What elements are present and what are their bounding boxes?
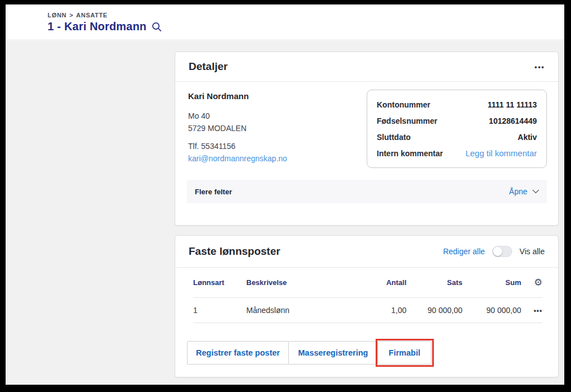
more-fields-label: Flere felter bbox=[195, 188, 232, 196]
col-header-beskrivelse: Beskrivelse bbox=[246, 278, 345, 287]
col-header-sum: Sum bbox=[462, 278, 521, 287]
salary-card-title: Faste lønnsposter bbox=[189, 245, 280, 258]
info-row-sluttdato: Sluttdato Aktiv bbox=[377, 129, 537, 145]
cell-antall: 1,00 bbox=[345, 306, 406, 315]
account-info-box: Kontonummer 1111 11 11113 Fødselsnummer … bbox=[367, 90, 547, 168]
info-row-kontonummer: Kontonummer 1111 11 11113 bbox=[377, 96, 537, 113]
firmabil-button[interactable]: Firmabil bbox=[377, 341, 432, 365]
info-value: 10128614449 bbox=[489, 116, 537, 125]
chevron-down-icon bbox=[532, 189, 539, 194]
app-window: LØNN>ANSATTE 1 - Kari Nordmann Detaljer … bbox=[6, 4, 564, 385]
person-name: Kari Nordmann bbox=[188, 91, 287, 101]
col-header-lonnsart: Lønnsart bbox=[193, 278, 246, 287]
table-row: 1 Månedslønn 1,00 90 000,00 90 000,00 ••… bbox=[193, 298, 542, 323]
row-more-menu-icon[interactable]: ••• bbox=[533, 307, 542, 315]
person-phone: Tlf. 55341156 bbox=[188, 140, 287, 152]
breadcrumb-item-lonn[interactable]: LØNN bbox=[48, 12, 67, 18]
col-header-sats: Sats bbox=[406, 278, 462, 287]
page-title: 1 - Kari Nordmann bbox=[48, 20, 147, 33]
details-more-menu-icon[interactable]: ••• bbox=[535, 63, 545, 71]
info-row-fodselsnummer: Fødselsnummer 10128614449 bbox=[377, 113, 537, 129]
salary-table: Lønnsart Beskrivelse Antall Sats Sum ⚙ 1… bbox=[175, 268, 558, 323]
open-more-fields-button[interactable]: Åpne bbox=[509, 187, 539, 196]
breadcrumb-item-ansatte[interactable]: ANSATTE bbox=[76, 12, 107, 18]
open-link-label: Åpne bbox=[509, 187, 527, 196]
search-icon[interactable] bbox=[152, 22, 162, 32]
mass-registration-button[interactable]: Masseregistrering bbox=[288, 341, 378, 365]
details-card: Detaljer ••• Kari Nordmann Mo 40 5729 MO… bbox=[175, 52, 559, 226]
breadcrumb: LØNN>ANSATTE bbox=[48, 12, 564, 18]
person-address-line2: 5729 MODALEN bbox=[188, 122, 287, 134]
firmabil-annotation-box: Firmabil bbox=[378, 341, 432, 365]
show-all-label: Vis alle bbox=[519, 247, 545, 256]
more-fields-band: Flere felter Åpne bbox=[187, 180, 547, 203]
table-header-row: Lønnsart Beskrivelse Antall Sats Sum ⚙ bbox=[193, 268, 542, 298]
content-area: Detaljer ••• Kari Nordmann Mo 40 5729 MO… bbox=[6, 41, 564, 385]
salary-actions-button-group: Registrer faste poster Masseregistrering… bbox=[187, 341, 432, 365]
person-address-line1: Mo 40 bbox=[188, 110, 287, 122]
toggle-knob bbox=[493, 247, 502, 256]
cell-beskrivelse: Månedslønn bbox=[246, 306, 345, 315]
info-label: Fødselsnummer bbox=[377, 116, 437, 125]
col-header-antall: Antall bbox=[345, 278, 406, 287]
show-all-toggle[interactable] bbox=[492, 246, 512, 257]
info-value: Aktiv bbox=[518, 133, 537, 142]
details-card-title: Detaljer bbox=[189, 60, 228, 73]
info-label: Sluttdato bbox=[377, 133, 411, 142]
add-comment-link[interactable]: Legg til kommentar bbox=[465, 148, 537, 158]
cell-sats: 90 000,00 bbox=[406, 306, 462, 315]
info-label: Intern kommentar bbox=[377, 149, 443, 158]
info-label: Kontonummer bbox=[377, 100, 430, 109]
person-email-link[interactable]: kari@nordmannregnskap.no bbox=[188, 152, 287, 165]
breadcrumb-separator: > bbox=[69, 12, 73, 18]
gear-icon[interactable]: ⚙ bbox=[534, 278, 542, 287]
cell-lonnsart: 1 bbox=[193, 306, 246, 315]
register-fixed-posts-button[interactable]: Registrer faste poster bbox=[187, 341, 289, 365]
top-bar: LØNN>ANSATTE 1 - Kari Nordmann bbox=[6, 4, 564, 40]
edit-all-link[interactable]: Rediger alle bbox=[443, 247, 485, 256]
info-row-intern-kommentar: Intern kommentar Legg til kommentar bbox=[377, 145, 537, 161]
cell-sum: 90 000,00 bbox=[462, 306, 521, 315]
info-value: 1111 11 11113 bbox=[488, 100, 537, 109]
salary-posts-card: Faste lønnsposter Rediger alle Vis alle … bbox=[175, 235, 559, 377]
person-details: Kari Nordmann Mo 40 5729 MODALEN Tlf. 55… bbox=[188, 91, 287, 165]
